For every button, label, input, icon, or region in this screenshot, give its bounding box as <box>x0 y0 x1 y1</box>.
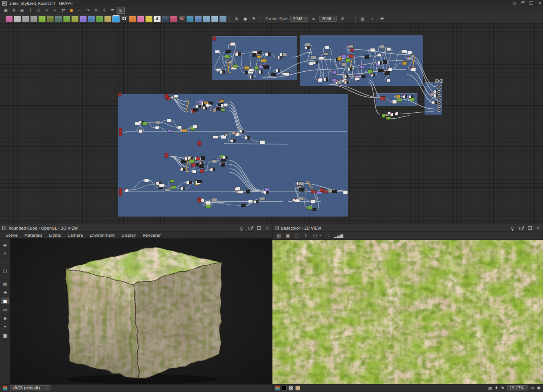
graph-node[interactable] <box>350 49 354 51</box>
graph-node[interactable] <box>192 170 196 173</box>
graph-node[interactable] <box>408 51 412 54</box>
2d-viewport[interactable]: 2048 x 2048 <box>272 240 543 384</box>
menu-materials[interactable]: Materials <box>21 233 46 237</box>
maximize-button[interactable] <box>527 225 533 231</box>
menu-scene[interactable]: Scene <box>2 233 21 237</box>
graph-node[interactable] <box>368 69 373 73</box>
graph-node[interactable] <box>201 156 205 160</box>
graph-node[interactable] <box>346 58 350 62</box>
blur-node-icon[interactable] <box>22 16 29 22</box>
screenshot-icon[interactable]: ◉ <box>18 7 26 13</box>
graph-node[interactable] <box>200 165 204 168</box>
uv-overlay-select[interactable]: UV ▾ <box>313 234 321 238</box>
transform-node-icon[interactable] <box>80 16 87 22</box>
graph-node[interactable] <box>196 157 200 160</box>
graph-node[interactable] <box>380 97 386 100</box>
snap-grid-icon[interactable]: ⊞ <box>117 7 124 13</box>
graph-node[interactable] <box>170 180 174 183</box>
graph-node[interactable] <box>387 79 391 82</box>
graph-node[interactable] <box>226 50 231 53</box>
graph-input-node[interactable] <box>119 188 122 196</box>
menu-renderer[interactable]: Renderer <box>139 233 164 237</box>
link-creation-icon[interactable]: ∞ <box>43 7 50 13</box>
3d-viewport[interactable] <box>10 239 272 384</box>
anchor-link-icon[interactable]: ● <box>241 16 249 22</box>
menu-lights[interactable]: Lights <box>46 233 64 237</box>
center-view-icon[interactable]: ✚ <box>495 386 498 391</box>
graph-node[interactable] <box>260 140 265 144</box>
graph-node[interactable] <box>361 75 365 78</box>
color-profile-select[interactable]: sRGB (default) ▾ <box>10 385 50 391</box>
graph-node[interactable] <box>401 50 407 53</box>
graph-node[interactable] <box>165 189 170 191</box>
graph-node[interactable] <box>156 121 160 124</box>
graph-node[interactable] <box>312 208 316 211</box>
pixel-grid-icon[interactable]: ▦ <box>488 386 492 391</box>
graph-node[interactable] <box>221 109 225 111</box>
tile-sampler-node-icon[interactable] <box>195 16 202 22</box>
graph-node[interactable] <box>224 103 228 106</box>
warp-node-icon[interactable] <box>129 16 136 22</box>
send-image-icon[interactable]: ⇩ <box>302 233 309 239</box>
maximize-button[interactable] <box>256 225 262 231</box>
graph-node[interactable] <box>212 198 217 202</box>
cube-mesh-icon[interactable]: ■ <box>1 298 9 304</box>
graph-node[interactable] <box>212 160 217 163</box>
float-button[interactable] <box>519 0 526 6</box>
search-icon[interactable]: ◎ <box>35 7 42 13</box>
maximize-button[interactable] <box>528 0 534 6</box>
graph-input-node[interactable] <box>165 94 168 99</box>
swap-links-icon[interactable]: ⇄ <box>59 7 67 13</box>
graph-node[interactable] <box>209 102 213 104</box>
graph-node[interactable] <box>197 180 202 183</box>
slice-node-icon[interactable] <box>30 16 37 22</box>
float-button[interactable] <box>247 225 253 231</box>
reset-zoom-icon[interactable]: ⊕ <box>531 386 534 391</box>
graph-node[interactable] <box>213 136 218 139</box>
frame-columns-icon[interactable]: ▥ <box>359 16 366 22</box>
graph-node[interactable] <box>139 129 142 133</box>
graph-node[interactable] <box>383 60 387 64</box>
graph-node[interactable] <box>221 159 226 161</box>
histogram-icon[interactable]: ▂▄▆ <box>335 233 342 239</box>
straight-links-icon[interactable]: ≍ <box>51 7 59 13</box>
graph-node[interactable] <box>311 56 317 59</box>
size-link-icon[interactable]: ∞ <box>310 16 317 22</box>
value-node-icon[interactable]: 01 <box>121 16 128 22</box>
graph-input-node[interactable] <box>213 37 216 40</box>
red-gradient-node-icon[interactable] <box>170 16 177 22</box>
graph-node[interactable] <box>307 206 312 209</box>
close-button[interactable] <box>264 225 271 231</box>
graph-node[interactable] <box>261 59 266 62</box>
graph-node[interactable] <box>342 63 347 66</box>
uv-checker-icon[interactable]: ▦ <box>1 280 9 287</box>
graph-node[interactable] <box>402 61 407 65</box>
graph-node[interactable] <box>238 190 243 193</box>
graph-node[interactable] <box>328 189 333 193</box>
hsl-node-icon[interactable] <box>71 16 78 22</box>
close-button[interactable] <box>535 225 542 231</box>
graph-node[interactable] <box>200 169 204 173</box>
turntable-icon[interactable]: ◌ <box>1 259 9 265</box>
grunge-node-icon[interactable] <box>104 16 111 22</box>
float-button[interactable] <box>518 225 524 231</box>
graph-node[interactable] <box>323 190 327 193</box>
align-nodes-icon[interactable]: ≡ <box>109 7 116 13</box>
thumbnail-swatch[interactable] <box>295 386 300 391</box>
black-swatch[interactable] <box>282 386 287 391</box>
graph-node[interactable] <box>159 184 164 187</box>
graph-node[interactable] <box>343 190 348 194</box>
pixel-processor-node-icon[interactable] <box>219 16 226 22</box>
pin-button[interactable] <box>509 225 516 231</box>
graph-node[interactable] <box>178 126 182 129</box>
alpha-checker-swatch[interactable] <box>289 386 293 391</box>
graph-node[interactable] <box>397 99 402 102</box>
lock-icon[interactable] <box>537 387 540 389</box>
graph-node[interactable] <box>155 126 159 129</box>
graph-input-node[interactable] <box>198 198 201 202</box>
yellow-node-icon[interactable] <box>145 16 152 22</box>
graph-node[interactable] <box>167 119 172 122</box>
parent-height-select[interactable]: 2048 ▾ <box>319 16 337 22</box>
parent-width-select[interactable]: 2048 ▾ <box>290 16 308 22</box>
pin-note-icon[interactable]: ⚑ <box>250 16 257 22</box>
